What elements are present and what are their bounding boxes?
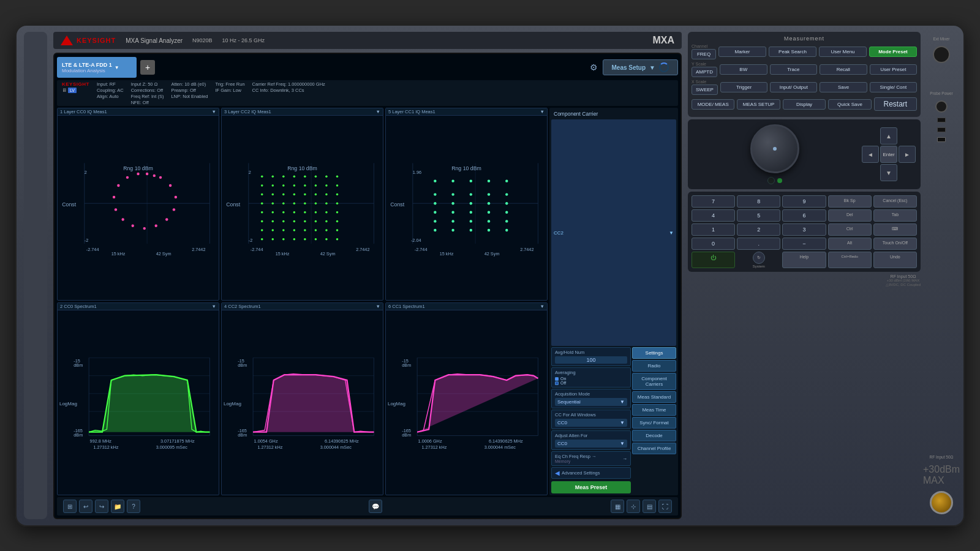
nav-up-button[interactable]: ▲ [880,127,897,144]
tab-radio[interactable]: Radio [632,360,676,372]
svg-text:42  Sym: 42 Sym [320,251,336,257]
folder-button[interactable]: 📁 [111,500,124,513]
tab-component-carriers[interactable]: Component Carriers [632,373,676,390]
user-preset-button[interactable]: User Preset [870,64,918,75]
trace-button[interactable]: Trace [770,64,818,75]
user-menu-button[interactable]: User Menu [819,47,867,57]
acq-mode-select[interactable]: Sequential ▼ [555,398,627,406]
settings-gear-icon[interactable]: ⚙ [590,62,598,72]
svg-text:-2: -2 [249,238,253,243]
quick-save-button[interactable]: Quick Save [828,99,871,110]
add-window-button[interactable]: + [140,60,155,75]
main-knob[interactable] [750,124,799,173]
minus-button[interactable]: − [782,238,826,250]
amptd-button[interactable]: AMPTD [692,67,717,77]
hw-row-3: X Scale SWEEP Trigger Input/ Output Save… [692,80,917,95]
num-9-button[interactable]: 9 [782,195,826,208]
avg-on-row[interactable]: On [555,377,627,381]
single-cont-button[interactable]: Single/ Cont [870,82,917,92]
grid-layout-button[interactable]: ▦ [611,500,624,513]
fullscreen-button[interactable]: ⛶ [658,500,672,513]
adv-settings-box[interactable]: ◀ Advanced Settings [551,467,631,479]
dot-button[interactable]: . [737,238,780,250]
restart-button[interactable]: Restart [874,97,917,111]
mode-dropdown[interactable]: LTE & LTE-A FDD 1 Modulation Analysis ▼ [57,57,137,78]
num-3-button[interactable]: 3 [782,223,826,236]
eq-ch-box[interactable]: Eq Ch Freq Resp → Memory → [551,451,631,466]
redo-button[interactable]: ↪ [95,500,108,513]
marker-button[interactable]: Marker [718,47,766,57]
mode-preset-button[interactable]: Mode Preset [869,47,917,57]
trig-info: Trig: Free Run [216,81,245,87]
ctrl-button[interactable]: Ctrl [828,223,872,236]
svg-point-131 [505,211,508,214]
save-button[interactable]: Save [820,82,867,92]
probe-power-label: Probe Power [930,91,953,96]
avg-off-row[interactable]: Off [555,381,627,385]
processing-spinner [659,62,669,72]
tab-settings[interactable]: Settings [632,347,676,359]
num-4-button[interactable]: 4 [692,209,735,222]
display-button[interactable]: Display [783,99,826,110]
trigger-button[interactable]: Trigger [720,82,767,92]
tab-decode[interactable]: Decode [632,430,676,441]
recall-button[interactable]: Recall [820,64,867,75]
svg-point-84 [261,229,263,231]
svg-point-65 [315,202,317,204]
tab-meas-standard[interactable]: Meas Standard [632,391,676,403]
chat-button[interactable]: 💬 [369,500,382,513]
power-button[interactable]: ⏻ [692,252,735,268]
meas-preset-button[interactable]: Meas Preset [551,481,631,493]
num-0-button[interactable]: 0 [692,238,735,250]
svg-point-41 [315,176,317,178]
comp-carrier-select[interactable]: CC2 ▼ [551,119,676,346]
cursor-button[interactable]: ⊹ [627,500,640,513]
cancel-button[interactable]: Cancel (Esc) [873,195,917,208]
tab-meas-time[interactable]: Meas Time [632,404,676,416]
list-layout-button[interactable]: ▤ [643,500,656,513]
del-button[interactable]: Del [828,209,872,222]
meas-setup-button[interactable]: Meas Setup ▼ [603,59,678,75]
touch-onoff-button[interactable]: Touch On/Off [873,238,917,250]
num-2-button[interactable]: 2 [737,223,780,236]
num-1-button[interactable]: 1 [692,223,735,236]
num-8-button[interactable]: 8 [737,195,780,208]
svg-text:2: 2 [249,170,251,175]
alt-button[interactable]: Alt [828,238,872,250]
help-button[interactable]: ? [127,500,140,513]
cc-windows-box: CC For All Windows CC0 ▼ [551,410,631,429]
undo-button[interactable]: ↩ [79,500,92,513]
num-6-button[interactable]: 6 [782,209,826,222]
sweep-button[interactable]: SWEEP [692,84,718,95]
tab-channel-profile[interactable]: Channel Profile [632,443,676,454]
keyboard-button[interactable]: ⌨ [873,223,917,236]
nav-right-button[interactable]: ► [899,146,916,163]
toolbar-left: ⊞ ↩ ↪ 📁 ? [63,500,140,513]
num-5-button[interactable]: 5 [737,209,780,222]
freq-button[interactable]: FREQ [692,49,716,59]
nav-left-button[interactable]: ◄ [862,146,879,163]
windows-button[interactable]: ⊞ [63,500,77,513]
avg-hold-value[interactable]: 100 [555,356,627,364]
svg-point-89 [315,229,317,231]
tab-button[interactable]: Tab [873,209,917,222]
undo-hw-button[interactable]: Undo [873,252,917,268]
mode-meas-button[interactable]: MODE/ MEAS [692,99,734,110]
svg-point-99 [336,238,339,241]
meas-setup-hw-button[interactable]: MEAS SETUP [737,99,780,110]
tab-sync-format[interactable]: Sync/ Format [632,417,676,429]
help-hw-button[interactable]: Help [782,252,826,268]
bw-button[interactable]: BW [720,64,767,75]
avg-on-radio[interactable] [555,377,559,381]
cc-windows-select[interactable]: CC0 ▼ [555,419,627,427]
svg-point-9 [159,176,162,179]
bk-sp-button[interactable]: Bk Sp [828,195,872,208]
num-7-button[interactable]: 7 [692,195,735,208]
nav-enter-button[interactable]: Enter [880,146,897,163]
peak-search-button[interactable]: Peak Search [769,47,816,57]
nav-down-button[interactable]: ▼ [880,164,897,181]
system-button[interactable]: ↻ [753,252,765,264]
input-output-button[interactable]: Input/ Output [770,82,817,92]
avg-off-radio[interactable] [555,381,559,385]
adj-atten-select[interactable]: CC0 ▼ [555,440,627,448]
